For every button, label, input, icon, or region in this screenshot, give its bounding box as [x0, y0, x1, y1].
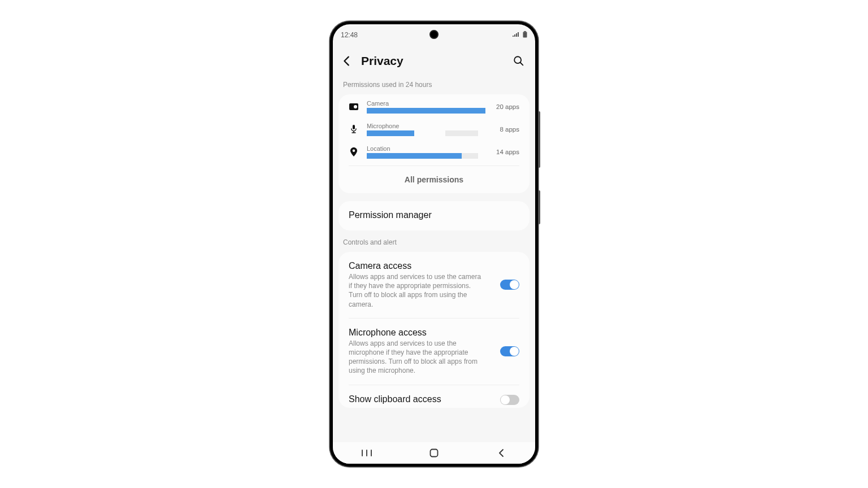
phone-frame: 12:48 Privacy Permissions used	[329, 21, 539, 467]
nav-recent-button[interactable]	[350, 449, 384, 457]
usage-label: Location	[367, 145, 485, 152]
microphone-access-item[interactable]: Microphone access Allows apps and servic…	[338, 319, 530, 385]
usage-card: Camera 20 apps Micropho	[338, 94, 530, 193]
usage-bar-fill	[367, 153, 462, 159]
camera-hole	[429, 30, 439, 39]
nav-back-button[interactable]	[484, 448, 518, 457]
clipboard-access-item[interactable]: Show clipboard access	[338, 385, 530, 408]
controls-card: Camera access Allows apps and services t…	[338, 252, 530, 408]
camera-icon	[349, 103, 359, 110]
item-title: Show clipboard access	[349, 394, 492, 404]
controls-caption: Controls and alert	[333, 238, 535, 252]
usage-bar-track	[367, 108, 485, 114]
battery-icon	[523, 31, 527, 40]
usage-row-camera[interactable]: Camera 20 apps	[338, 94, 530, 117]
usage-count: 20 apps	[493, 103, 519, 110]
signal-icon	[512, 31, 520, 39]
back-button[interactable]	[338, 53, 355, 69]
usage-bar-track	[367, 153, 485, 159]
page-title: Privacy	[361, 54, 510, 68]
svg-rect-5	[353, 125, 355, 129]
screen: 12:48 Privacy Permissions used	[333, 24, 535, 464]
camera-access-toggle[interactable]	[500, 280, 519, 290]
clipboard-access-toggle[interactable]	[500, 395, 519, 405]
volume-button	[539, 111, 540, 168]
svg-rect-0	[524, 31, 526, 32]
item-desc: Allows apps and services to use the micr…	[349, 339, 484, 376]
svg-rect-1	[523, 32, 527, 37]
usage-bar-fill	[367, 130, 414, 136]
item-title: Camera access	[349, 261, 492, 271]
usage-row-microphone[interactable]: Microphone 8 apps	[338, 117, 530, 140]
permission-manager-card: Permission manager	[338, 201, 530, 230]
usage-bar-fill	[367, 108, 485, 114]
status-time: 12:48	[341, 31, 358, 39]
nav-home-button[interactable]	[417, 448, 451, 457]
microphone-icon	[349, 125, 359, 134]
nav-bar	[333, 442, 535, 464]
svg-point-4	[354, 105, 357, 108]
usage-label: Camera	[367, 100, 485, 107]
svg-point-6	[353, 150, 355, 152]
svg-rect-7	[430, 450, 437, 457]
power-button	[539, 190, 540, 224]
usage-bar-track	[367, 130, 485, 136]
usage-row-location[interactable]: Location 14 apps	[338, 140, 530, 162]
usage-caption: Permissions used in 24 hours	[333, 81, 535, 94]
permission-manager-item[interactable]: Permission manager	[338, 201, 530, 230]
item-desc: Allows apps and services to use the came…	[349, 272, 484, 309]
item-title: Microphone access	[349, 328, 492, 338]
location-icon	[349, 147, 359, 156]
microphone-access-toggle[interactable]	[500, 346, 519, 356]
all-permissions-button[interactable]: All permissions	[338, 166, 530, 193]
usage-label: Microphone	[367, 123, 485, 129]
camera-access-item[interactable]: Camera access Allows apps and services t…	[338, 252, 530, 318]
search-button[interactable]	[510, 53, 527, 69]
usage-count: 14 apps	[493, 149, 519, 155]
item-title: Permission manager	[349, 210, 519, 220]
app-header: Privacy	[333, 41, 535, 81]
usage-count: 8 apps	[493, 126, 519, 133]
